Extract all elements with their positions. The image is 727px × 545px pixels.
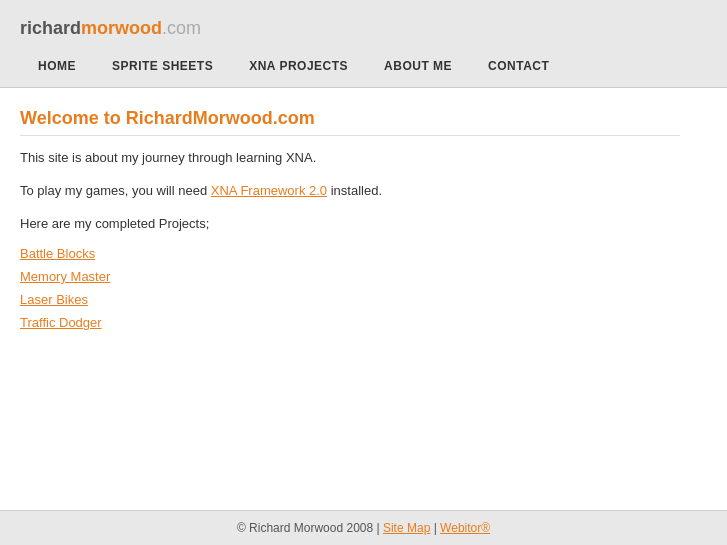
nav-home[interactable]: HOME bbox=[20, 45, 94, 87]
intro-text-2: To play my games, you will need XNA Fram… bbox=[20, 181, 680, 202]
project-link-battle-blocks[interactable]: Battle Blocks bbox=[20, 246, 680, 261]
xna-framework-link[interactable]: XNA Framework 2.0 bbox=[211, 183, 327, 198]
logo-richard: richard bbox=[20, 18, 81, 38]
nav-sprite-sheets[interactable]: SPRITE SHEETS bbox=[94, 45, 231, 87]
project-list: Battle Blocks Memory Master Laser Bikes … bbox=[20, 246, 680, 330]
logo-morwood: morwood bbox=[81, 18, 162, 38]
main-nav: HOME SPRITE SHEETS XNA PROJECTS ABOUT ME… bbox=[20, 45, 707, 87]
intro2-post: installed. bbox=[327, 183, 382, 198]
project-link-memory-master[interactable]: Memory Master bbox=[20, 269, 680, 284]
nav-xna-projects[interactable]: XNA PROJECTS bbox=[231, 45, 366, 87]
nav-contact[interactable]: CONTACT bbox=[470, 45, 567, 87]
logo: richardmorwood.com bbox=[20, 10, 707, 45]
intro2-pre: To play my games, you will need bbox=[20, 183, 211, 198]
nav-about-me[interactable]: ABOUT ME bbox=[366, 45, 470, 87]
project-link-laser-bikes[interactable]: Laser Bikes bbox=[20, 292, 680, 307]
main-content: Welcome to RichardMorwood.com This site … bbox=[0, 88, 700, 358]
project-link-traffic-dodger[interactable]: Traffic Dodger bbox=[20, 315, 680, 330]
intro-text-1: This site is about my journey through le… bbox=[20, 148, 680, 169]
header: richardmorwood.com HOME SPRITE SHEETS XN… bbox=[0, 0, 727, 88]
page-title: Welcome to RichardMorwood.com bbox=[20, 108, 680, 136]
projects-header: Here are my completed Projects; bbox=[20, 214, 680, 235]
logo-dotcom: .com bbox=[162, 18, 201, 38]
